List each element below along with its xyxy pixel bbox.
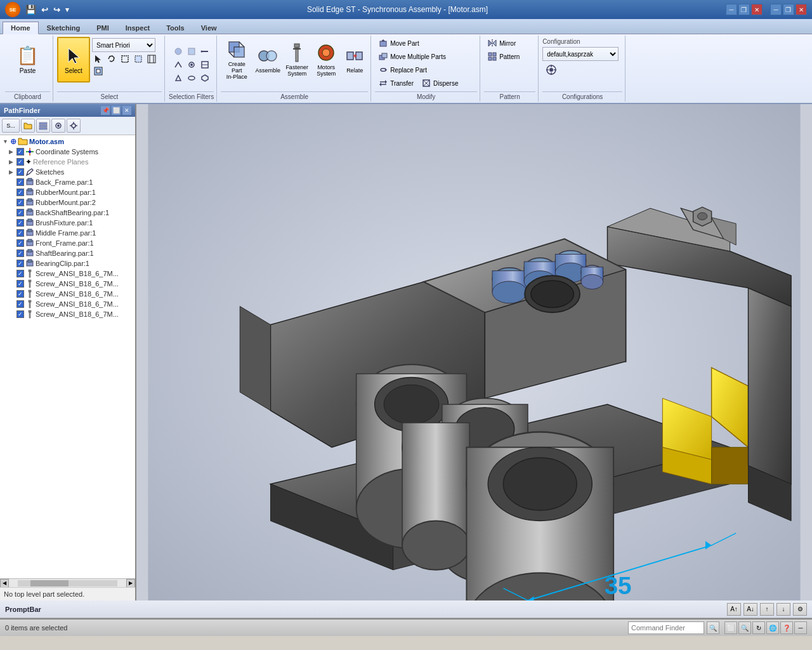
scroll-left-button[interactable]: ◀ <box>0 579 9 588</box>
filter-btn-4[interactable] <box>172 58 185 71</box>
box-select-btn[interactable] <box>119 53 131 65</box>
tree-item-brushfix[interactable]: ✓BrushFixture.par:1 <box>0 218 135 228</box>
tree-item-bearclip[interactable]: ✓BearingClip.par:1 <box>0 258 135 269</box>
pathfinder-pin-button[interactable]: 📌 <box>101 106 110 115</box>
tree-item-root[interactable]: ▼ ⊕ Motor.asm <box>0 136 135 147</box>
filter-select-btn[interactable] <box>92 65 105 77</box>
tree-item-screw4[interactable]: ✓Screw_ANSI_B18_6_7M... <box>0 299 135 309</box>
disperse-button[interactable]: Disperse <box>418 77 461 90</box>
minimize-button[interactable]: ─ <box>726 4 737 15</box>
pf-folder-button[interactable] <box>21 119 35 133</box>
tree-item-rubber1[interactable]: ✓RubberMount.par:1 <box>0 187 135 197</box>
checkbox-middle[interactable]: ✓ <box>16 229 24 237</box>
mirror-button[interactable]: Mirror <box>484 37 519 50</box>
checkbox-screw1[interactable]: ✓ <box>16 270 24 277</box>
checkbox-screw2[interactable]: ✓ <box>16 280 24 288</box>
relate-button[interactable]: Relate <box>341 37 368 83</box>
checkbox-sketches[interactable]: ✓ <box>16 168 24 176</box>
status-icon-3[interactable]: ↻ <box>752 621 765 634</box>
config-manage-button[interactable] <box>542 63 560 77</box>
tab-sketching[interactable]: Sketching <box>39 22 89 34</box>
pf-search-button[interactable]: S... <box>2 119 20 133</box>
filter-btn-8[interactable] <box>185 72 198 84</box>
checkbox-back_frame[interactable]: ✓ <box>16 178 24 186</box>
move-part-button[interactable]: Move Part <box>375 37 422 50</box>
filter-btn-9[interactable] <box>199 72 211 84</box>
checkbox-rubber2[interactable]: ✓ <box>16 199 24 206</box>
tree-item-sketches[interactable]: ▶ ✓ Sketches <box>0 167 135 177</box>
filter-btn-2[interactable] <box>185 45 198 58</box>
pf-settings-button[interactable] <box>67 119 81 133</box>
expand-sketches[interactable]: ▶ <box>9 169 15 175</box>
checkbox-brushfix[interactable]: ✓ <box>16 219 24 227</box>
status-icon-5[interactable]: ❓ <box>780 621 793 634</box>
pf-list-button[interactable] <box>36 119 50 133</box>
pf-visibility-button[interactable] <box>51 119 65 133</box>
settings-button[interactable]: ⚙ <box>793 603 807 616</box>
paste-button[interactable]: 📋 Paste <box>11 37 44 83</box>
command-finder-input[interactable] <box>628 621 704 634</box>
filter-btn-1[interactable] <box>172 45 185 58</box>
pathfinder-dock-button[interactable]: ⬜ <box>112 106 121 115</box>
tree-item-screw1[interactable]: ✓Screw_ANSI_B18_6_7M... <box>0 269 135 279</box>
scroll-thumb[interactable] <box>30 580 69 587</box>
tree-item-rubber2[interactable]: ✓RubberMount.par:2 <box>0 197 135 208</box>
select-button[interactable]: Select <box>57 37 90 83</box>
checkbox-front[interactable]: ✓ <box>16 239 24 247</box>
app-restore-button[interactable]: ❐ <box>783 4 794 15</box>
move-multiple-parts-button[interactable]: Move Multiple Parts <box>375 50 449 63</box>
tree-item-back_frame[interactable]: ✓Back_Frame.par:1 <box>0 177 135 187</box>
tab-inspect[interactable]: Inspect <box>117 22 159 34</box>
restore-button[interactable]: ❐ <box>738 4 750 15</box>
checkbox-screw3[interactable]: ✓ <box>16 290 24 298</box>
close-button[interactable]: ✕ <box>751 4 763 15</box>
command-finder-search[interactable]: 🔍 <box>707 621 719 634</box>
tab-tools[interactable]: Tools <box>158 22 193 34</box>
fastener-button[interactable]: FastenerSystem <box>283 37 311 83</box>
assemble-button[interactable]: Assemble <box>254 37 282 83</box>
expand-refplanes[interactable]: ▶ <box>9 159 15 165</box>
tab-home[interactable]: Home <box>3 22 39 34</box>
tree-item-screw2[interactable]: ✓Screw_ANSI_B18_6_7M... <box>0 279 135 289</box>
fence-select-btn[interactable] <box>132 53 145 65</box>
status-icon-6[interactable]: ─ <box>794 621 807 634</box>
paint-select-btn[interactable] <box>145 53 158 65</box>
font-increase-button[interactable]: A↑ <box>727 603 741 616</box>
tab-pmi[interactable]: PMI <box>88 22 117 34</box>
pathfinder-scrollbar-h[interactable]: ◀ ▶ <box>0 578 135 587</box>
scroll-down-button[interactable]: ↓ <box>776 603 790 616</box>
tree-item-middle[interactable]: ✓Middle Frame.par:1 <box>0 228 135 238</box>
quickaccess-redo[interactable]: ↪ <box>53 5 60 15</box>
filter-btn-5[interactable] <box>185 58 198 71</box>
checkbox-screw5[interactable]: ✓ <box>16 310 24 318</box>
expand-coord[interactable]: ▶ <box>9 149 15 155</box>
tree-item-refplanes[interactable]: ▶ ✓ ✦ Reference Planes <box>0 157 135 167</box>
scroll-right-button[interactable]: ▶ <box>126 579 135 588</box>
lasso-select-btn[interactable] <box>105 53 118 65</box>
checkbox-coord[interactable]: ✓ <box>16 148 24 156</box>
smart-priority-select[interactable]: Smart Priori Face Priority Edge Priority… <box>92 38 155 52</box>
filter-btn-7[interactable] <box>172 72 185 84</box>
tab-view[interactable]: View <box>193 22 225 34</box>
transfer-button[interactable]: Transfer <box>375 77 417 90</box>
app-minimize-button[interactable]: ─ <box>770 4 782 15</box>
checkbox-screw4[interactable]: ✓ <box>16 300 24 308</box>
pathfinder-close-button[interactable]: ✕ <box>122 106 131 115</box>
tree-item-front[interactable]: ✓Front_Frame.par:1 <box>0 238 135 248</box>
create-part-button[interactable]: Create PartIn-Place <box>221 37 252 83</box>
expand-root[interactable]: ▼ <box>3 138 9 145</box>
tree-item-screw5[interactable]: ✓Screw_ANSI_B18_6_7M... <box>0 309 135 319</box>
quickaccess-more[interactable]: ▾ <box>65 6 69 14</box>
viewport[interactable]: 35 <box>136 104 812 600</box>
scroll-up-button[interactable]: ↑ <box>760 603 774 616</box>
checkbox-refplanes[interactable]: ✓ <box>16 158 24 166</box>
motors-button[interactable]: MotorsSystem <box>312 37 340 83</box>
quickaccess-save[interactable]: 💾 <box>25 4 36 15</box>
checkbox-rubber1[interactable]: ✓ <box>16 189 24 196</box>
checkbox-bearclip[interactable]: ✓ <box>16 260 24 267</box>
status-icon-4[interactable]: 🌐 <box>766 621 779 634</box>
cursor-select-btn[interactable] <box>92 53 105 65</box>
tree-item-shaftbear[interactable]: ✓ShaftBearing.par:1 <box>0 248 135 258</box>
quickaccess-undo[interactable]: ↩ <box>41 5 48 15</box>
checkbox-backshaft[interactable]: ✓ <box>16 209 24 216</box>
